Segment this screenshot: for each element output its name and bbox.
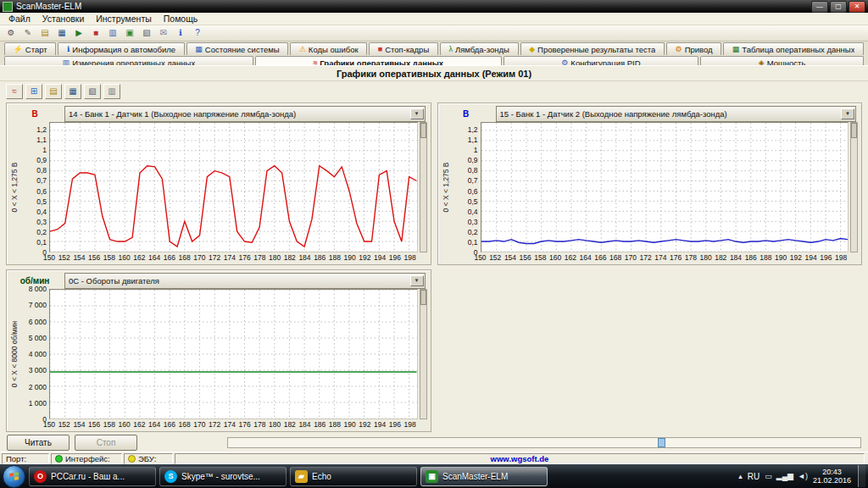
y-axis-ticks: 1,21,110,90,80,70,60,50,40,30,20,10 <box>20 122 49 252</box>
tab[interactable]: ⚙Привод <box>666 42 721 55</box>
monitor-icon[interactable]: ▭ <box>765 472 772 480</box>
interface-label: Интерфейс: <box>65 454 110 463</box>
tab[interactable]: ▦Таблица оперативных данных <box>723 42 864 55</box>
add-graph-button[interactable]: ≈ <box>6 84 23 99</box>
graph-toolbar: ≈⊞▤▦▧▥ <box>0 81 868 102</box>
copy-button[interactable]: ▥ <box>103 84 120 99</box>
test-results-icon: ◆ <box>529 46 535 53</box>
minimize-button[interactable]: — <box>811 1 828 13</box>
settings-button[interactable]: ⚙ <box>3 26 19 41</box>
pid-select-value: 14 - Банк 1 - Датчик 1 (Выходное напряже… <box>69 109 410 119</box>
series-line <box>50 166 417 247</box>
taskbar-button[interactable]: SSkype™ - surovtse... <box>159 467 287 486</box>
open-button[interactable]: ▤ <box>45 84 62 99</box>
tab[interactable]: λЛямбда-зонды <box>440 42 519 55</box>
open-button[interactable]: ▤ <box>37 26 53 41</box>
tab[interactable]: ◆Проверенные результаты теста <box>520 42 665 55</box>
taskbar-button[interactable]: ▣ScanMaster-ELM <box>420 467 548 486</box>
x-tick-label: 166 <box>164 420 175 429</box>
tab-label: Состояние системы <box>205 45 280 54</box>
taskbar-clock[interactable]: 20:43 21.02.2016 <box>813 468 851 485</box>
printer-button[interactable]: ▧ <box>139 26 154 41</box>
save-button[interactable]: ▦ <box>64 84 81 99</box>
tab[interactable]: ⚠Коды ошибок <box>290 42 367 55</box>
volume-icon[interactable]: ◄) <box>798 472 808 480</box>
plot-area <box>49 289 418 419</box>
save-button[interactable]: ▦ <box>54 26 70 41</box>
x-tick-label: 188 <box>329 253 341 262</box>
scrollbar-thumb[interactable] <box>851 123 857 138</box>
language-indicator[interactable]: RU <box>748 472 760 481</box>
timeline-slider-thumb[interactable] <box>658 438 665 447</box>
start-button[interactable] <box>3 465 25 488</box>
info-icon: ℹ <box>179 29 182 37</box>
monitor-button[interactable]: ▥ <box>105 26 120 41</box>
status-message-panel: www.wgsoft.de <box>175 453 865 464</box>
website-link[interactable]: www.wgsoft.de <box>491 454 549 463</box>
x-tick-label: 166 <box>594 253 606 262</box>
scrollbar-thumb[interactable] <box>420 290 426 305</box>
x-tick-label: 178 <box>685 253 697 262</box>
plot-area <box>49 122 418 252</box>
tab[interactable]: ▦Состояние системы <box>186 42 288 55</box>
show-desktop-button[interactable] <box>858 465 865 487</box>
playback-controls: Читать Стоп <box>7 435 861 450</box>
info-button[interactable]: ℹ <box>173 26 188 41</box>
hidden-icons-arrow-icon[interactable]: ▴ <box>738 472 743 480</box>
help-button[interactable]: ? <box>190 26 205 41</box>
title-bar: ScanMaster-ELM — ▢ ✕ <box>0 0 868 13</box>
chart-vertical-scrollbar[interactable] <box>420 289 427 419</box>
connect-button[interactable]: ▶ <box>71 26 86 41</box>
x-tick-label: 196 <box>820 253 832 262</box>
x-tick-label: 164 <box>148 420 160 429</box>
scanmaster-icon: ▣ <box>426 470 438 483</box>
chevron-down-icon[interactable]: ▼ <box>841 108 854 119</box>
disconnect-button[interactable]: ■ <box>88 26 103 41</box>
tab[interactable]: ■Стоп-кадры <box>369 42 438 55</box>
print-button[interactable]: ▧ <box>84 84 101 99</box>
chevron-down-icon[interactable]: ▼ <box>410 275 424 286</box>
x-tick-label: 154 <box>504 253 516 262</box>
chart-vertical-scrollbar[interactable] <box>420 122 427 252</box>
mail-button[interactable]: ✉ <box>156 26 171 41</box>
tab-label: Коды ошибок <box>309 45 359 54</box>
windows-logo-icon <box>9 472 19 481</box>
chip-button[interactable]: ▣ <box>122 26 137 41</box>
x-tick-label: 158 <box>534 253 546 262</box>
scrollbar-thumb[interactable] <box>420 123 426 138</box>
plot-svg <box>481 123 849 252</box>
timeline-slider[interactable] <box>227 437 861 448</box>
x-tick-label: 150 <box>474 253 486 262</box>
x-tick-label: 196 <box>389 253 401 262</box>
x-axis-ticks: 1501521541561581601621641661681701721741… <box>481 252 849 263</box>
y-tick-label: 0,9 <box>468 156 478 164</box>
x-tick-label: 168 <box>179 253 191 262</box>
main-toolbar: ⚙✎▤▦▶■▥▣▧✉ℹ? <box>0 25 868 42</box>
printer-icon: ▧ <box>142 29 150 37</box>
stop-button[interactable]: Стоп <box>75 435 137 451</box>
x-tick-label: 194 <box>374 253 386 262</box>
network-icon[interactable]: ▂▄▆ <box>776 472 793 480</box>
taskbar-button[interactable]: OPCCar.ru - Ваш а... <box>29 467 156 486</box>
x-tick-label: 150 <box>43 253 55 262</box>
edit-button[interactable]: ✎ <box>20 26 36 41</box>
pid-select[interactable]: 15 - Банк 1 - Датчик 2 (Выходное напряже… <box>496 106 857 122</box>
mail-icon: ✉ <box>160 29 167 37</box>
menu-item[interactable]: Инструменты <box>90 13 157 25</box>
menu-item[interactable]: Файл <box>3 13 36 25</box>
tab[interactable]: ⚡Старт <box>4 42 56 55</box>
taskbar-button[interactable]: ▰Echo <box>290 467 417 486</box>
close-button[interactable]: ✕ <box>849 1 865 13</box>
menu-item[interactable]: Помощь <box>158 13 204 25</box>
chart-vertical-scrollbar[interactable] <box>850 122 858 252</box>
pid-select[interactable]: 14 - Банк 1 - Датчик 1 (Выходное напряже… <box>64 106 426 122</box>
port-status-panel: Порт: <box>2 453 49 464</box>
read-button[interactable]: Читать <box>7 435 70 451</box>
tab[interactable]: ℹИнформация о автомобиле <box>58 42 184 55</box>
chevron-down-icon[interactable]: ▼ <box>410 108 424 119</box>
pid-select[interactable]: 0C - Обороты двигателя ▼ <box>64 273 426 289</box>
maximize-button[interactable]: ▢ <box>830 1 847 13</box>
x-tick-label: 170 <box>193 420 205 429</box>
menu-item[interactable]: Установки <box>36 13 90 25</box>
grid-layout-button[interactable]: ⊞ <box>25 84 42 99</box>
